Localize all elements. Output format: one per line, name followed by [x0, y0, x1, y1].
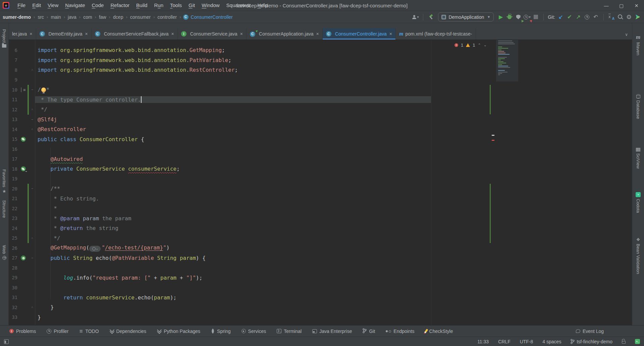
tool-window-dependencies[interactable]: Dependencies: [110, 329, 147, 334]
code-minimap[interactable]: [496, 40, 518, 81]
close-icon[interactable]: ×: [389, 31, 392, 37]
code-line-28[interactable]: 28: [9, 263, 632, 273]
breadcrumb-item[interactable]: dcep: [112, 14, 124, 20]
editor-tab-pom-xml-faw-dcep-tsf-testcase-[interactable]: mpom.xml (faw-dcep-tsf-testcase-: [396, 28, 476, 40]
tool-window-profiler[interactable]: Profiler: [47, 329, 68, 334]
code-line-9[interactable]: 9: [9, 75, 632, 85]
next-problem-chevron[interactable]: ⌄: [484, 43, 487, 47]
fold-marker[interactable]: ˄: [30, 68, 35, 72]
fold-marker[interactable]: ˄: [30, 108, 35, 111]
git-branch[interactable]: tsf-finchley-demo: [571, 339, 612, 344]
settings-button[interactable]: ⚙: [625, 13, 633, 21]
close-icon[interactable]: ×: [85, 31, 88, 37]
menu-refactor[interactable]: Refactor: [107, 2, 133, 8]
file-encoding[interactable]: UTF-8: [520, 339, 533, 344]
breadcrumb-item[interactable]: faw: [98, 14, 107, 20]
tool-stripe-codota[interactable]: >Codota: [632, 192, 644, 213]
intention-bulb-icon[interactable]: [41, 88, 46, 92]
close-button[interactable]: ✕: [629, 0, 644, 11]
menu-git[interactable]: Git: [185, 2, 198, 8]
readonly-lock-toggle[interactable]: [622, 339, 626, 344]
breadcrumb-item[interactable]: consumer: [129, 14, 151, 20]
tool-stripe-sciview[interactable]: SciView: [632, 148, 644, 169]
fold-marker[interactable]: −: [30, 88, 35, 92]
caret-position[interactable]: 11:33: [477, 339, 489, 344]
debug-button[interactable]: [505, 13, 514, 21]
run-configuration-select[interactable]: DemoApplication ▼: [438, 12, 494, 21]
request-mapping-icon[interactable]: [21, 255, 26, 261]
menu-navigate[interactable]: Navigate: [62, 2, 88, 8]
inspections-widget[interactable]: ! 1 1 ⌃ ⌄: [454, 43, 487, 48]
error-stripe[interactable]: [489, 40, 496, 325]
editor-tab-ler-java[interactable]: ler.java×: [9, 28, 36, 40]
git-rollback-button[interactable]: ↶: [591, 13, 600, 21]
codota-status-button[interactable]: >_: [635, 339, 640, 344]
code-line-15[interactable]: 15public class ConsumerController {: [9, 134, 632, 145]
tool-window-endpoints[interactable]: Endpoints: [386, 329, 414, 334]
code-line-18[interactable]: 18 private ConsumerService consumerServi…: [9, 164, 632, 174]
breadcrumb-item[interactable]: src: [37, 14, 45, 20]
stop-button[interactable]: [531, 13, 540, 21]
tab-overflow-chevron[interactable]: ∨: [625, 32, 632, 40]
code-line-23[interactable]: 23 * @param param the param: [9, 214, 632, 224]
editor-tab-consumercontroller-java[interactable]: CConsumerController.java×: [323, 28, 396, 40]
code-line-17[interactable]: 17 @Autowired: [9, 154, 632, 164]
fold-marker[interactable]: −: [30, 187, 35, 190]
breadcrumb-item[interactable]: com: [83, 14, 93, 20]
menu-build[interactable]: Build: [133, 2, 151, 8]
tool-window-terminal[interactable]: ❯_Terminal: [277, 329, 302, 334]
spring-bean-icon[interactable]: [21, 137, 26, 142]
breadcrumb-item[interactable]: controller: [157, 14, 178, 20]
close-icon[interactable]: ×: [30, 31, 32, 37]
tool-window-services[interactable]: Services: [241, 329, 266, 334]
editor-tab-demoentity-java[interactable]: CDemoEntity.java×: [36, 28, 92, 40]
maximize-button[interactable]: ▢: [614, 0, 629, 11]
code-line-32[interactable]: 32˄ }: [9, 302, 632, 312]
editor-tab-consumerapplication-java[interactable]: CConsumerApplication.java×: [247, 28, 323, 40]
code-line-25[interactable]: 25˄ */: [9, 233, 632, 243]
git-commit-button[interactable]: ✔: [565, 13, 574, 21]
code-line-8[interactable]: 8˄import org.springframework.web.bind.an…: [9, 65, 632, 75]
menu-code[interactable]: Code: [89, 2, 107, 8]
code-line-14[interactable]: 14˄@RestController: [9, 124, 632, 134]
breadcrumb-class[interactable]: ConsumerController: [190, 14, 233, 20]
spring-autowired-icon[interactable]: [21, 166, 26, 171]
git-push-button[interactable]: ↗: [574, 13, 583, 21]
indent-style[interactable]: 4 spaces: [542, 339, 561, 344]
run-button[interactable]: ▶: [496, 13, 505, 21]
code-line-20[interactable]: 20− /**: [9, 184, 632, 194]
editor-tab-consumerservicefallback-java[interactable]: CConsumerServiceFallback.java×: [92, 28, 178, 40]
menu-tools[interactable]: Tools: [167, 2, 185, 8]
minimize-button[interactable]: —: [599, 0, 614, 11]
code-line-16[interactable]: 16: [9, 144, 632, 154]
previous-problem-chevron[interactable]: ⌃: [478, 43, 481, 47]
plugin-button[interactable]: [633, 13, 642, 21]
breadcrumb-item[interactable]: java: [67, 14, 77, 20]
run-with-coverage-button[interactable]: [514, 13, 523, 21]
tool-window-switcher-icon[interactable]: [4, 339, 9, 344]
profiler-button[interactable]: ▾: [523, 13, 531, 21]
menu-edit[interactable]: Edit: [29, 2, 44, 8]
code-line-6[interactable]: 6import org.springframework.web.bind.ann…: [9, 45, 632, 55]
code-line-10[interactable]: 10▏≡−/*: [9, 85, 632, 95]
code-line-33[interactable]: 33}: [9, 312, 632, 323]
tool-stripe-web[interactable]: Web: [0, 245, 8, 260]
close-icon[interactable]: ×: [316, 31, 319, 37]
url-inlay-hint[interactable]: ⌄: [89, 246, 101, 252]
code-line-21[interactable]: 21 * Echo string.: [9, 194, 632, 204]
code-line-26[interactable]: 26 @GetMapping(⌄"/echo-test/{param}"): [9, 243, 632, 253]
git-update-button[interactable]: ↙: [556, 13, 565, 21]
tool-window-git[interactable]: Git: [363, 328, 375, 334]
menu-run[interactable]: Run: [151, 2, 167, 8]
menu-file[interactable]: File: [14, 2, 29, 8]
code-line-22[interactable]: 22 *: [9, 204, 632, 214]
code-line-31[interactable]: 31 return consumerService.echo(param);: [9, 293, 632, 303]
close-icon[interactable]: ×: [171, 31, 174, 37]
menu-view[interactable]: View: [44, 2, 62, 8]
line-separator[interactable]: CRLF: [498, 339, 511, 344]
tool-window-spring[interactable]: Spring: [211, 329, 230, 334]
code-line-13[interactable]: 13−@Slf4j: [9, 115, 632, 125]
close-icon[interactable]: ×: [240, 31, 243, 37]
tool-window-todo[interactable]: ≣TODO: [79, 329, 99, 334]
code-with-me-users-button[interactable]: ▾: [411, 13, 420, 21]
